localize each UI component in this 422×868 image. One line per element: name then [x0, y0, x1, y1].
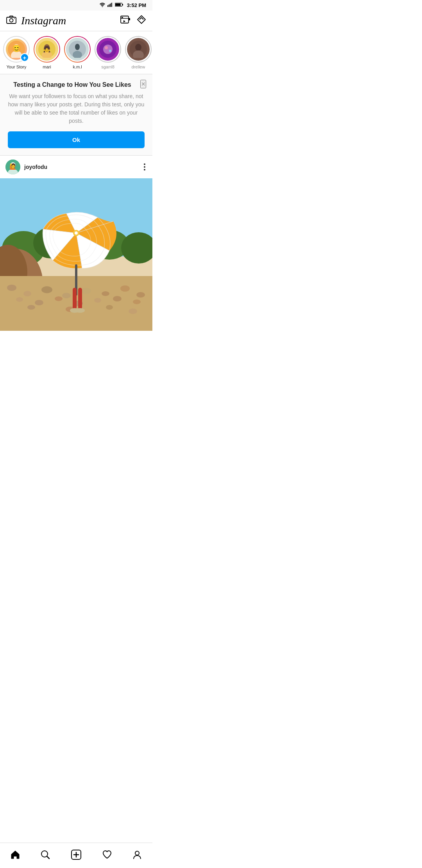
svg-point-55 — [16, 297, 23, 302]
sgarri8-avatar-wrap — [95, 36, 121, 63]
status-time: 3:52 PM — [127, 2, 146, 8]
sgarri8-ring — [95, 36, 121, 63]
svg-rect-77 — [78, 288, 82, 309]
svg-rect-15 — [129, 18, 130, 20]
svg-rect-7 — [115, 4, 121, 6]
svg-text:👧: 👧 — [43, 45, 51, 53]
svg-point-10 — [10, 19, 13, 22]
sgarri8-avatar — [95, 37, 120, 62]
story-item-kml[interactable]: k.m.l — [65, 36, 90, 69]
svg-point-52 — [102, 291, 109, 296]
menu-dot-2 — [144, 166, 145, 168]
banner-close-button[interactable]: × — [140, 80, 146, 88]
drellew-avatar-bg — [127, 38, 150, 61]
battery-icon — [115, 2, 123, 8]
kml-label: k.m.l — [73, 65, 82, 69]
mari-avatar-wrap: 👧 — [34, 36, 60, 63]
svg-point-59 — [94, 298, 101, 303]
svg-point-57 — [55, 296, 63, 301]
svg-rect-4 — [111, 3, 112, 7]
svg-rect-3 — [110, 4, 111, 7]
post-header: 🙋 joyofodu — [0, 156, 152, 178]
add-story-badge[interactable]: + — [20, 53, 29, 62]
svg-point-61 — [133, 299, 141, 304]
sgarri8-label: sgarri8 — [101, 65, 114, 69]
status-icons: 3:52 PM — [99, 2, 146, 8]
kml-avatar-bg — [66, 38, 89, 61]
header-left: Instagram — [6, 14, 66, 27]
svg-point-49 — [41, 286, 52, 293]
camera-icon[interactable] — [6, 15, 16, 26]
drellew-ring — [125, 36, 152, 63]
kml-avatar-wrap — [64, 36, 91, 63]
svg-rect-8 — [122, 4, 123, 5]
post-image[interactable] — [0, 178, 152, 331]
status-bar: 3:52 PM — [0, 0, 152, 11]
kml-avatar — [65, 37, 90, 62]
svg-text:😊: 😊 — [12, 44, 21, 53]
header-right — [120, 15, 146, 27]
sgarri8-avatar-bg — [97, 38, 119, 61]
svg-point-53 — [120, 285, 130, 292]
svg-rect-76 — [73, 288, 77, 309]
drellew-label: drellew — [132, 65, 145, 69]
svg-rect-1 — [107, 5, 108, 7]
header: Instagram — [0, 11, 152, 31]
mari-avatar: 👧 — [34, 37, 59, 62]
direct-message-icon[interactable] — [137, 15, 146, 27]
post-user[interactable]: 🙋 joyofodu — [5, 160, 47, 174]
notification-banner: × Testing a Change to How You See Likes … — [0, 74, 152, 156]
svg-rect-2 — [109, 4, 109, 7]
post-bottom-padding — [0, 331, 152, 362]
post-username: joyofodu — [24, 164, 47, 170]
mari-label: mari — [43, 65, 51, 69]
svg-point-29 — [105, 46, 108, 49]
menu-dot-1 — [144, 163, 145, 165]
banner-title: Testing a Change to How You See Likes — [8, 81, 145, 88]
svg-rect-9 — [7, 17, 16, 23]
svg-point-0 — [102, 6, 103, 7]
svg-point-30 — [109, 50, 111, 52]
svg-point-51 — [81, 288, 91, 294]
svg-point-62 — [27, 305, 35, 310]
kml-ring — [64, 36, 91, 63]
story-item-sgarri8[interactable]: sgarri8 — [95, 36, 120, 69]
svg-point-32 — [135, 44, 141, 51]
svg-point-47 — [7, 285, 16, 291]
svg-point-60 — [113, 296, 122, 301]
svg-rect-13 — [122, 17, 123, 18]
post-menu-button[interactable] — [142, 162, 147, 172]
svg-text:🙋: 🙋 — [9, 163, 17, 170]
your-story-avatar-wrap: 😊 + — [3, 36, 30, 63]
svg-point-65 — [129, 308, 137, 314]
story-item-your-story[interactable]: 😊 + Your Story — [4, 36, 29, 69]
drellew-avatar-wrap — [125, 36, 152, 63]
story-item-mari[interactable]: 👧 mari — [34, 36, 59, 69]
your-story-label: Your Story — [7, 65, 27, 69]
instagram-logo: Instagram — [21, 14, 66, 27]
svg-point-11 — [14, 18, 15, 19]
svg-point-54 — [136, 292, 145, 298]
banner-body: We want your followers to focus on what … — [8, 92, 145, 125]
stories-bar: 😊 + Your Story 👧 — [0, 31, 152, 74]
svg-point-64 — [106, 305, 113, 310]
drellew-avatar — [126, 37, 151, 62]
svg-point-25 — [75, 44, 80, 50]
svg-point-56 — [35, 300, 43, 305]
svg-point-50 — [62, 293, 71, 298]
igtv-icon[interactable] — [120, 15, 131, 27]
svg-point-79 — [75, 308, 85, 313]
mari-avatar-bg: 👧 — [36, 38, 58, 61]
svg-point-48 — [23, 291, 31, 296]
mari-ring: 👧 — [34, 36, 60, 63]
svg-point-74 — [75, 231, 78, 235]
svg-point-28 — [103, 45, 113, 54]
signal-icon — [107, 2, 113, 8]
svg-rect-5 — [112, 2, 113, 7]
menu-dot-3 — [144, 169, 145, 170]
wifi-icon — [99, 2, 106, 8]
story-item-drellew[interactable]: drellew — [126, 36, 151, 69]
banner-ok-button[interactable]: Ok — [8, 131, 145, 148]
post-avatar: 🙋 — [5, 160, 20, 174]
